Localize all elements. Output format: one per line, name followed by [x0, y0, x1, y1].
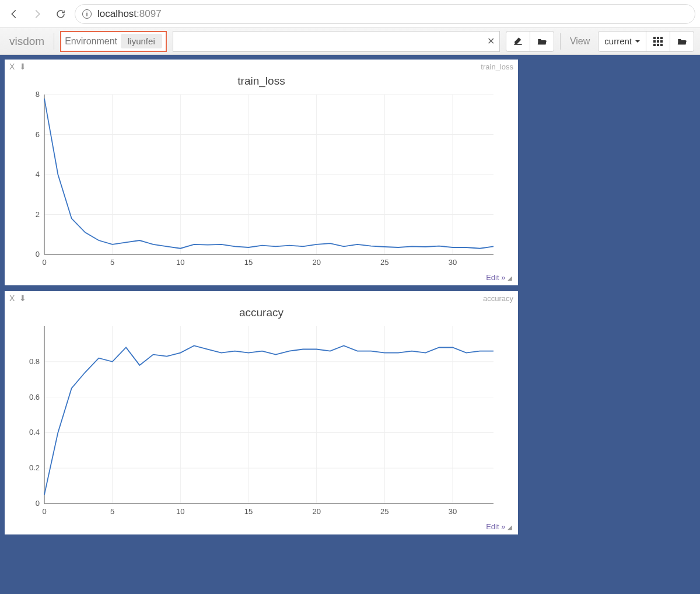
svg-text:15: 15 — [244, 258, 253, 267]
svg-text:20: 20 — [312, 258, 320, 267]
svg-text:25: 25 — [380, 258, 388, 267]
svg-text:4: 4 — [36, 170, 40, 179]
resize-handle[interactable]: ◢ — [508, 275, 512, 281]
svg-text:0.6: 0.6 — [29, 393, 40, 401]
pane-header: X ⬇ accuracy — [5, 291, 518, 303]
svg-text:30: 30 — [449, 258, 457, 267]
svg-text:30: 30 — [449, 507, 457, 516]
separator — [54, 33, 54, 50]
environment-chip[interactable]: liyunfei — [121, 34, 162, 48]
svg-text:10: 10 — [176, 507, 184, 516]
env-buttons — [506, 31, 554, 52]
svg-text:20: 20 — [312, 507, 320, 516]
chart-title: accuracy — [5, 306, 518, 319]
pane-train-loss[interactable]: X ⬇ train_loss train_loss 02468051015202… — [5, 60, 518, 285]
environment-selector[interactable]: Environment liyunfei — [60, 31, 167, 52]
pane-mini-title: accuracy — [483, 294, 513, 303]
pane-header: X ⬇ train_loss — [5, 60, 518, 71]
svg-text:8: 8 — [36, 90, 40, 99]
svg-text:0.4: 0.4 — [29, 428, 40, 436]
chart-title: train_loss — [5, 75, 518, 88]
visdom-toolbar: visdom Environment liyunfei ✕ View curre… — [0, 28, 700, 55]
svg-text:5: 5 — [110, 258, 114, 267]
eraser-button[interactable] — [506, 31, 530, 52]
url-bar[interactable]: i localhost:8097 — [75, 4, 695, 24]
close-icon[interactable]: X — [9, 62, 15, 71]
open-env-button[interactable] — [530, 31, 554, 52]
forward-button[interactable] — [28, 5, 47, 23]
view-label: View — [566, 36, 592, 47]
url-text: localhost:8097 — [97, 8, 162, 20]
separator — [560, 33, 561, 50]
close-icon[interactable]: X — [9, 293, 15, 303]
edit-link[interactable]: Edit » — [486, 522, 505, 531]
brand-label: visdom — [6, 35, 48, 48]
clear-icon[interactable]: ✕ — [487, 36, 495, 47]
svg-text:0: 0 — [36, 250, 40, 258]
workspace[interactable]: X ⬇ train_loss train_loss 02468051015202… — [0, 55, 700, 594]
view-buttons: current — [598, 31, 694, 52]
svg-text:5: 5 — [110, 507, 114, 516]
chart-train-loss[interactable]: 02468051015202530 — [5, 90, 518, 273]
site-info-icon[interactable]: i — [82, 9, 92, 19]
grid-button[interactable] — [646, 31, 670, 52]
reload-button[interactable] — [51, 5, 70, 23]
pane-accuracy[interactable]: X ⬇ accuracy accuracy 00.20.40.60.805101… — [5, 291, 518, 534]
environment-label: Environment — [65, 36, 117, 47]
svg-rect-0 — [514, 44, 522, 44]
chevron-down-icon — [635, 40, 640, 45]
svg-text:15: 15 — [244, 507, 253, 516]
download-icon[interactable]: ⬇ — [19, 293, 26, 303]
pane-mini-title: train_loss — [481, 62, 513, 71]
edit-link[interactable]: Edit » — [486, 273, 505, 282]
svg-text:0: 0 — [42, 258, 46, 267]
browser-toolbar: i localhost:8097 — [0, 0, 700, 28]
svg-text:0.2: 0.2 — [29, 463, 40, 472]
svg-text:10: 10 — [176, 258, 184, 267]
svg-text:25: 25 — [380, 507, 388, 516]
svg-text:6: 6 — [36, 130, 40, 139]
svg-text:2: 2 — [36, 210, 40, 219]
download-icon[interactable]: ⬇ — [19, 62, 26, 71]
environment-input[interactable]: ✕ — [173, 31, 500, 52]
grid-icon — [653, 37, 663, 46]
view-select[interactable]: current — [598, 31, 646, 52]
open-view-button[interactable] — [670, 31, 694, 52]
resize-handle[interactable]: ◢ — [508, 524, 512, 530]
svg-text:0: 0 — [36, 499, 40, 508]
svg-text:0: 0 — [42, 507, 46, 516]
svg-text:0.8: 0.8 — [29, 357, 40, 366]
chart-accuracy[interactable]: 00.20.40.60.8051015202530 — [5, 322, 518, 522]
back-button[interactable] — [5, 5, 23, 23]
